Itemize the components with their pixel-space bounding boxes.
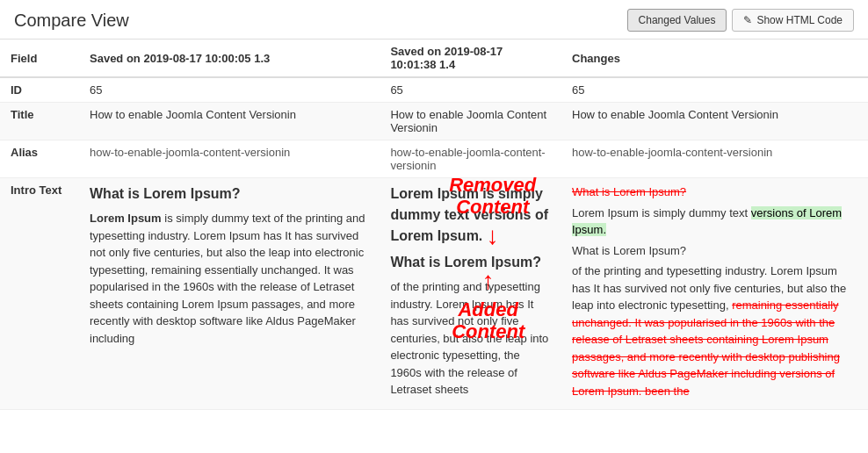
saved1-intro-rest: is simply dummy text of the printing and… — [90, 212, 365, 345]
deleted-heading-text: What is Lorem Ipsum? — [572, 185, 686, 198]
saved1-intro-body: Lorem Ipsum is simply dummy text of the … — [90, 210, 369, 347]
saved1-intro-bold: Lorem Ipsum — [90, 212, 162, 225]
saved1-id: 65 — [79, 77, 380, 103]
saved1-intro: What is Lorem Ipsum? Lorem Ipsum is simp… — [79, 178, 380, 410]
changes-alias: how-to-enable-joomla-content-versionin — [561, 140, 868, 178]
header-buttons: Changed Values ✎ Show HTML Code — [627, 9, 854, 32]
table-row-intro: Intro Text What is Lorem Ipsum? Lorem Ip… — [0, 178, 868, 410]
saved2-id: 65 — [380, 77, 561, 103]
field-alias-label: Alias — [0, 140, 79, 178]
field-id-label: ID — [0, 77, 79, 103]
saved1-intro-heading: What is Lorem Ipsum? — [90, 183, 369, 205]
saved2-alias: how-to-enable-joomla-content-versionin — [380, 140, 561, 178]
saved2-intro-subheading: What is Lorem Ipsum? — [390, 252, 551, 273]
col-header-saved2: Saved on 2019-08-17 10:01:38 1.4 — [380, 40, 561, 77]
saved2-intro-heading: Lorem Ipsum is simply dummy text version… — [390, 183, 551, 247]
changes-title: How to enable Joomla Content Versionin — [561, 103, 868, 140]
changes-intro: What is Lorem Ipsum? Lorem Ipsum is simp… — [561, 178, 868, 410]
saved2-title: How to enable Joomla Content Versionin — [380, 103, 561, 140]
table-row: Alias how-to-enable-joomla-content-versi… — [0, 140, 868, 178]
page-title: Compare View — [14, 11, 129, 31]
changes-line4: of the printing and typesetting industry… — [572, 262, 857, 399]
changed-values-button[interactable]: Changed Values — [627, 9, 727, 32]
changes-line2: Lorem Ipsum is simply dummy text version… — [572, 205, 857, 239]
saved2-intro: Removed Content ↓ Lorem Ipsum is simply … — [380, 178, 561, 410]
changes-deleted-text: remaining essentially unchanged. It was … — [572, 298, 840, 398]
changes-id: 65 — [561, 77, 868, 103]
show-html-code-button[interactable]: ✎ Show HTML Code — [732, 9, 854, 32]
saved1-title: How to enable Joomla Content Versionin — [79, 103, 380, 140]
show-html-label: Show HTML Code — [756, 14, 843, 26]
col-header-saved1: Saved on 2019-08-17 10:00:05 1.3 — [79, 40, 380, 77]
saved2-col-label: Saved on 2019-08-17 10:01:38 1.4 — [390, 45, 503, 71]
field-intro-label: Intro Text — [0, 178, 79, 410]
saved1-alias: how-to-enable-joomla-content-versionin — [79, 140, 380, 178]
pencil-icon: ✎ — [743, 14, 752, 26]
col-header-changes: Changes — [561, 40, 868, 77]
saved2-intro-body: of the printing and typesetting industry… — [390, 278, 551, 399]
table-row: Title How to enable Joomla Content Versi… — [0, 103, 868, 140]
changes-line3: What is Lorem Ipsum? — [572, 242, 857, 260]
table-row: ID 65 65 65 — [0, 77, 868, 103]
col-header-field: Field — [0, 40, 79, 77]
field-title-label: Title — [0, 103, 79, 140]
changes-normal-text: Lorem Ipsum is simply dummy text — [572, 206, 748, 219]
